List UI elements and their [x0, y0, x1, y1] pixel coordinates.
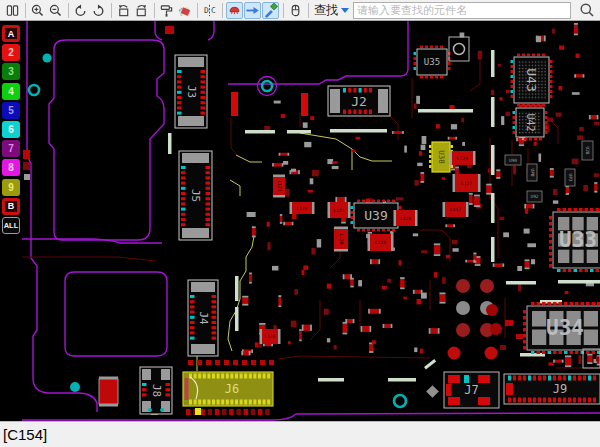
svg-text:UP3: UP3 [568, 173, 573, 181]
find-group[interactable]: 查找 [314, 2, 353, 19]
layer-button-9[interactable]: 9 [2, 179, 20, 196]
svg-text:J6: J6 [225, 382, 239, 396]
measure-pen-button[interactable] [262, 2, 279, 19]
component-U35[interactable]: U35 [414, 46, 451, 79]
component-U42[interactable]: U42 [513, 105, 548, 141]
jump-arrow-button[interactable] [244, 2, 261, 19]
jump-arrow-icon [245, 3, 260, 18]
component-U92[interactable]: U92 [527, 191, 542, 202]
component-U43[interactable]: U43 [511, 54, 553, 107]
layer-button-a[interactable]: A [2, 25, 20, 42]
component-U38-selected[interactable]: U38 [429, 142, 453, 172]
color-layers-icon [177, 3, 192, 18]
boardview-window: DC 查找 J3J5J4J8J2U35U43U42U39U33U34U38J6J… [0, 0, 600, 447]
toolbar-separator [68, 3, 69, 18]
svg-text:J8: J8 [150, 384, 163, 397]
component-L120[interactable]: L120 [334, 227, 348, 252]
svg-text:L123: L123 [277, 181, 282, 192]
zoom-out-button[interactable] [47, 2, 64, 19]
layer-button-6[interactable]: 6 [2, 121, 20, 138]
svg-text:UP0: UP0 [530, 168, 535, 176]
layer-button-2[interactable]: 2 [2, 44, 20, 61]
svg-text:U43: U43 [524, 68, 539, 91]
toolbar-separator [197, 3, 198, 18]
highlight-lamp-icon [227, 3, 242, 18]
svg-text:J7: J7 [464, 383, 478, 397]
highlight-lamp-button[interactable] [226, 2, 243, 19]
search-icon[interactable] [578, 2, 595, 19]
component-J3[interactable]: J3 [175, 55, 207, 128]
component-J5[interactable]: J5 [179, 151, 212, 240]
component-UP0[interactable]: UP0 [527, 164, 537, 181]
color-layers-button[interactable] [176, 2, 193, 19]
rotate-cw-button[interactable] [90, 2, 107, 19]
pcb-render[interactable]: J3J5J4J8J2U35U43U42U39U33U34U38J6J7J9L12… [0, 21, 600, 421]
component-L127[interactable]: L127 [453, 174, 481, 192]
svg-text:U28: U28 [585, 146, 590, 154]
find-label[interactable]: 查找 [314, 2, 338, 19]
component-U28[interactable]: U28 [582, 141, 593, 160]
zoom-in-button[interactable] [29, 2, 46, 19]
zoom-out-icon [48, 3, 63, 18]
toolbar-separator [154, 3, 155, 18]
mirror-flip-button[interactable]: DC [201, 2, 218, 19]
toolbar: DC 查找 [0, 0, 600, 21]
component-L119[interactable]: L119 [368, 234, 394, 251]
rotate-page-right-button[interactable] [133, 2, 150, 19]
component-L126[interactable]: L126 [260, 329, 281, 344]
rotate-cw-icon [91, 3, 106, 18]
layer-button-b[interactable]: B [2, 198, 20, 215]
component-J6-selected[interactable]: J6 [183, 372, 273, 406]
layer-button-all[interactable]: ALL [2, 217, 20, 234]
component-J8[interactable]: J8 [140, 367, 172, 414]
component-L121[interactable]: L121 [328, 202, 351, 218]
svg-text:J3: J3 [185, 85, 198, 98]
component-U34[interactable]: U34 [523, 302, 600, 354]
layer-button-8[interactable]: 8 [2, 159, 20, 176]
svg-text:U35: U35 [424, 57, 440, 67]
layer-button-4[interactable]: 4 [2, 83, 20, 100]
dual-page-icon [5, 3, 20, 18]
rotate-page-left-icon [116, 3, 131, 18]
svg-text:J9: J9 [553, 382, 567, 396]
status-selected-component: [C154] [0, 426, 47, 443]
layer-button-3[interactable]: 3 [2, 63, 20, 80]
rotate-ccw-button[interactable] [72, 2, 89, 19]
rotate-page-left-button[interactable] [115, 2, 132, 19]
component-L122[interactable]: L122 [290, 202, 315, 214]
svg-text:J4: J4 [197, 311, 210, 325]
component-J9[interactable]: J9 [504, 374, 600, 404]
component-UP3[interactable]: UP3 [565, 169, 575, 186]
search-input[interactable] [353, 2, 571, 19]
component-U33[interactable]: U33 [549, 208, 600, 272]
statusbar: [C154] [0, 421, 600, 447]
component-L117[interactable]: L117 [443, 202, 469, 217]
rotate-ccw-icon [73, 3, 88, 18]
svg-text:L118: L118 [400, 216, 411, 221]
svg-text:L122: L122 [297, 206, 308, 211]
svg-text:L126: L126 [265, 334, 276, 339]
component-L129[interactable]: L129 [450, 151, 476, 165]
svg-text:U33: U33 [559, 228, 597, 252]
paint-roller-button[interactable] [158, 2, 175, 19]
svg-text:U38: U38 [437, 150, 446, 164]
toolbar-separator [25, 3, 26, 18]
mouse-settings-button[interactable] [287, 2, 304, 19]
layer-button-7[interactable]: 7 [2, 140, 20, 157]
mirror-flip-icon: DC [202, 3, 217, 18]
layer-button-5[interactable]: 5 [2, 102, 20, 119]
pcb-canvas[interactable]: J3J5J4J8J2U35U43U42U39U33U34U38J6J7J9L12… [0, 21, 600, 421]
svg-text:U90: U90 [509, 158, 517, 163]
svg-text:J2: J2 [351, 94, 367, 109]
component-J7[interactable]: J7 [444, 372, 499, 408]
component-U90[interactable]: U90 [505, 155, 521, 165]
component-J4[interactable]: J4 [188, 280, 218, 356]
component-J2[interactable]: J2 [328, 86, 390, 116]
svg-text:C: C [211, 6, 216, 15]
svg-text:U42: U42 [525, 113, 536, 131]
chevron-down-icon[interactable] [341, 8, 349, 13]
via-hole [70, 382, 80, 392]
component-L123[interactable]: L123 [273, 175, 285, 198]
dual-page-button[interactable] [4, 2, 21, 19]
component-L118[interactable]: L118 [394, 210, 418, 226]
